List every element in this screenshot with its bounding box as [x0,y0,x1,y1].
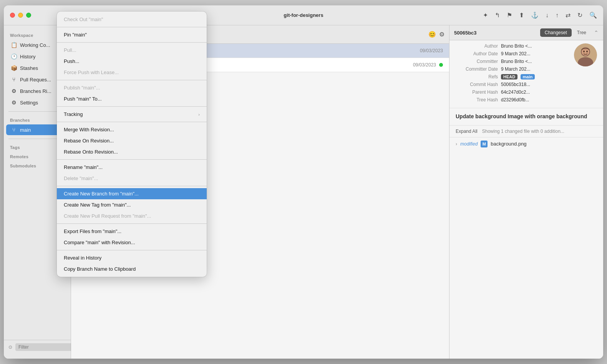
menu-sep-7 [57,223,207,224]
menu-item-rename[interactable]: Rename "main"... [57,162,207,173]
context-menu: Check Out "main" Pin "main" Pull... Push… [57,25,207,277]
menu-item-force-push[interactable]: Force Push with Lease... [57,67,207,78]
menu-sep-6 [57,186,207,186]
menu-item-create-pr[interactable]: Create New Pull Request from "main"... [57,210,207,222]
menu-item-publish-label: Publish "main"... [64,85,100,91]
menu-item-push-to-label: Push "main" To... [64,96,102,102]
menu-sep-5 [57,159,207,160]
menu-item-pin-label: Pin "main" [64,32,87,38]
menu-item-reveal-history-label: Reveal in History [64,255,101,261]
menu-item-copy-name-label: Copy Branch Name to Clipboard [64,266,136,272]
menu-item-delete-label: Delete "main"... [64,175,98,181]
menu-sep-3 [57,106,207,107]
menu-item-rebase-onto-label: Rebase Onto Revision... [64,149,118,155]
menu-item-create-pr-label: Create New Pull Request from "main"... [64,213,151,219]
menu-item-export-label: Export Files from "main"... [64,228,121,234]
menu-item-push-label: Push... [64,58,79,64]
tracking-arrow-icon: › [198,112,200,117]
menu-item-compare[interactable]: Compare "main" with Revision... [57,237,207,248]
menu-item-pin[interactable]: Pin "main" [57,29,207,40]
menu-item-create-branch-label: Create New Branch from "main"... [64,191,139,197]
menu-item-create-branch[interactable]: Create New Branch from "main"... [57,188,207,199]
menu-item-export[interactable]: Export Files from "main"... [57,226,207,237]
menu-item-delete[interactable]: Delete "main"... [57,173,207,184]
menu-sep-1 [57,42,207,43]
context-menu-overlay[interactable]: Check Out "main" Pin "main" Pull... Push… [4,25,603,359]
menu-item-copy-name[interactable]: Copy Branch Name to Clipboard [57,263,207,275]
menu-item-rebase-on-label: Rebase On Revision... [64,138,114,144]
menu-item-create-tag[interactable]: Create New Tag from "main"... [57,199,207,210]
menu-item-rebase-onto[interactable]: Rebase Onto Revision... [57,146,207,157]
menu-item-force-push-label: Force Push with Lease... [64,69,119,75]
menu-item-publish[interactable]: Publish "main"... [57,82,207,93]
menu-item-tracking[interactable]: Tracking › [57,109,207,120]
menu-item-push[interactable]: Push... [57,56,207,67]
menu-item-create-tag-label: Create New Tag from "main"... [64,202,131,208]
menu-item-rebase-on[interactable]: Rebase On Revision... [57,135,207,146]
menu-item-compare-label: Compare "main" with Revision... [64,240,135,245]
menu-sep-0 [57,27,207,27]
menu-item-merge-label: Merge With Revision... [64,127,114,132]
menu-sep-2 [57,80,207,80]
menu-item-rename-label: Rename "main"... [64,164,103,170]
menu-item-tracking-label: Tracking [64,111,83,117]
menu-item-reveal-history[interactable]: Reveal in History [57,252,207,263]
menu-sep-8 [57,250,207,250]
menu-item-merge[interactable]: Merge With Revision... [57,124,207,135]
menu-item-pull[interactable]: Pull... [57,45,207,56]
menu-sep-4 [57,122,207,122]
menu-item-pull-label: Pull... [64,47,76,53]
menu-item-push-to[interactable]: Push "main" To... [57,93,207,104]
